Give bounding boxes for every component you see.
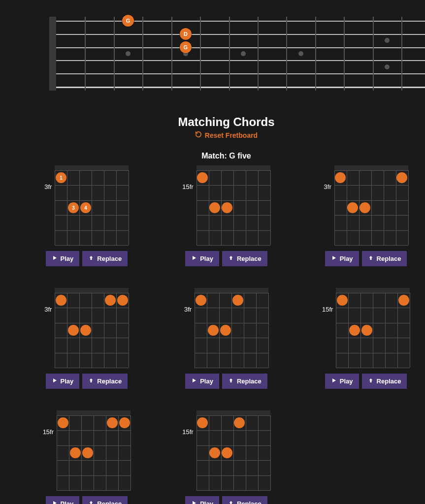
play-label: Play [200,500,213,504]
play-icon [331,255,337,262]
chord-card: 3frPlayReplace [307,165,425,266]
chord-diagram [57,410,131,490]
chord-dot [209,447,220,458]
chord-diagram [196,410,270,490]
replace-button[interactable]: Replace [362,251,407,266]
fret-marker [126,51,131,56]
replace-label: Replace [237,255,262,262]
play-button[interactable]: Play [185,496,219,504]
chord-dot [197,172,208,183]
play-icon [52,378,58,385]
play-button[interactable]: Play [325,251,359,266]
replace-button[interactable]: Replace [222,374,267,389]
reset-label: Reset Fretboard [205,131,258,139]
fret-9 [315,17,316,91]
chord-diagram [55,288,129,368]
replace-label: Replace [237,500,262,504]
chord-card: 3frPlayReplace [167,288,286,389]
play-icon [191,378,197,385]
replace-button[interactable]: Replace [222,496,267,504]
replace-label: Replace [97,255,122,262]
replace-icon [88,378,94,385]
chord-dot [222,202,232,213]
play-icon [191,500,197,504]
fret-marker [298,51,303,56]
replace-button[interactable]: Replace [82,374,128,389]
start-fret-label: 15fr [182,183,193,190]
play-label: Play [61,378,74,385]
chord-dot [232,295,243,306]
replace-button[interactable]: Replace [222,251,267,266]
chord-diagram [336,288,410,368]
chord-dot [335,172,346,183]
start-fret-label: 3fr [324,183,331,190]
chord-dot: 3 [68,202,79,213]
main-fretboard[interactable]: GDG [14,12,425,95]
chord-dot [197,417,208,428]
fret-11 [373,17,374,91]
replace-label: Replace [97,378,122,385]
chord-dot [222,447,232,458]
replace-icon [228,255,234,262]
chord-dot [349,325,360,336]
replace-icon [228,500,234,504]
start-fret-label: 15fr [322,306,333,313]
fretboard-nut [49,17,56,91]
play-button[interactable]: Play [325,374,359,389]
chord-dot [208,325,219,336]
chord-dot [107,417,118,428]
chord-dot [68,325,79,336]
chord-dot [56,295,66,306]
fret-12 [401,17,402,91]
chord-card: 15frPlayReplace [167,410,286,504]
fretboard-note[interactable]: G [180,41,192,53]
replace-icon [368,378,374,385]
chord-dot [347,202,358,213]
fret-3 [142,17,143,91]
replace-button[interactable]: Replace [82,496,128,504]
chord-card: 15frPlayReplace [167,165,286,266]
chord-dot [82,447,93,458]
replace-icon [228,378,234,385]
chord-dot [220,325,231,336]
fret-8 [286,17,287,91]
chord-dot [361,325,372,336]
start-fret-label: 15fr [43,428,54,436]
play-button[interactable]: Play [46,251,80,266]
chord-dot [119,417,130,428]
fretboard-note[interactable]: D [180,28,192,40]
replace-button[interactable]: Replace [362,374,407,389]
chord-diagram [334,165,408,245]
match-line: Match: G five [14,152,425,160]
fret-2 [114,17,115,91]
play-label: Play [200,255,213,262]
fretboard-note[interactable]: G [122,15,134,27]
replace-button[interactable]: Replace [82,251,128,266]
fret-1 [85,17,86,91]
reset-fretboard-link[interactable]: Reset Fretboard [195,131,258,139]
chord-dot: 4 [80,202,91,213]
play-icon [191,255,197,262]
page-title: Matching Chords [14,115,425,129]
fret-marker [385,64,390,69]
replace-icon [368,255,374,262]
play-button[interactable]: Play [185,251,219,266]
play-label: Play [61,500,74,504]
chord-dot [70,447,81,458]
play-button[interactable]: Play [185,374,219,389]
fret-10 [344,17,345,91]
chord-dot [234,417,245,428]
chord-diagram [196,165,270,245]
chord-dot [80,325,91,336]
fret-7 [258,17,259,91]
play-label: Play [340,378,353,385]
play-icon [52,255,58,262]
chord-card: 3frPlayReplace [28,288,146,389]
play-button[interactable]: Play [46,374,80,389]
play-button[interactable]: Play [46,496,80,504]
chord-dot [105,295,116,306]
chord-dot [58,417,68,428]
play-label: Play [340,255,353,262]
play-icon [52,500,58,504]
play-label: Play [61,255,74,262]
